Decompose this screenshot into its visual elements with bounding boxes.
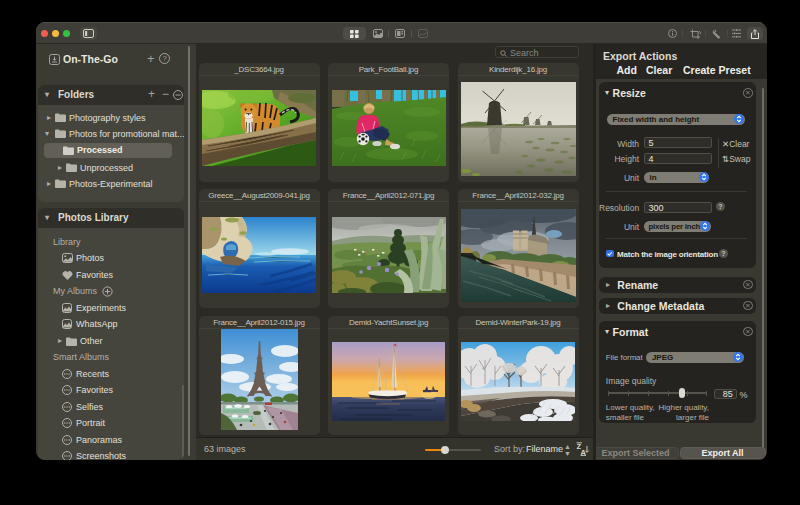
svg-text:?: ? [162, 54, 166, 63]
svg-text:A: A [581, 448, 587, 456]
